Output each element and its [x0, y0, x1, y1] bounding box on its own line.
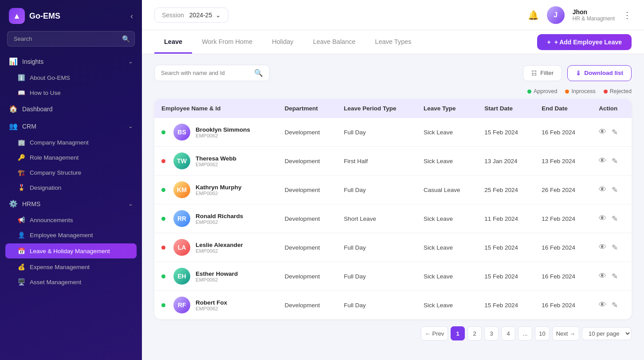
download-label: Download list: [584, 70, 623, 76]
cell-action-2: 👁 ✎: [592, 176, 632, 204]
filter-button[interactable]: ☷ Filter: [523, 65, 562, 81]
page-1-button[interactable]: 1: [451, 326, 465, 340]
emp-avatar-0: BS: [173, 124, 190, 141]
cell-start-5: 15 Feb 2024: [477, 262, 534, 291]
session-label: Session: [162, 12, 184, 19]
sidebar-item-dashboard[interactable]: 🏠 Dashboard: [0, 100, 142, 117]
sidebar-label-announcements: Announcements: [30, 217, 73, 223]
tab-leave-balance[interactable]: Leave Balance: [303, 30, 365, 54]
sidebar-label-insights: Insights: [22, 58, 43, 65]
tab-wfh[interactable]: Work From Home: [192, 30, 262, 54]
more-options-button[interactable]: ⋮: [623, 10, 632, 20]
cell-end-6: 16 Feb 2024: [534, 291, 592, 320]
edit-button-4[interactable]: ✎: [612, 243, 618, 252]
view-button-6[interactable]: 👁: [599, 301, 606, 309]
view-button-5[interactable]: 👁: [599, 272, 606, 281]
th-employee: Employee Name & Id: [154, 99, 278, 118]
cell-dept-2: Development: [278, 176, 337, 204]
sidebar-label-employee-mgmt: Employee Management: [30, 232, 93, 239]
view-button-1[interactable]: 👁: [599, 157, 606, 165]
add-employee-leave-button[interactable]: + + Add Employee Leave: [537, 34, 632, 50]
sidebar-label-crm: CRM: [22, 123, 36, 130]
cell-end-3: 12 Feb 2024: [534, 204, 592, 233]
prev-button[interactable]: ← Prev: [421, 326, 448, 340]
sidebar-item-expense-mgmt[interactable]: 💰 Expense Management: [0, 259, 142, 274]
sidebar-item-employee-mgmt[interactable]: 👤 Employee Management: [0, 227, 142, 243]
download-button[interactable]: ⇓ Download list: [567, 65, 632, 81]
cell-start-6: 15 Feb 2024: [477, 291, 534, 320]
sidebar-item-insights[interactable]: 📊 Insights ⌄: [0, 53, 142, 70]
user-info: Jhon HR & Managment: [573, 8, 615, 22]
edit-button-0[interactable]: ✎: [612, 128, 618, 137]
sidebar-collapse-button[interactable]: ‹: [130, 12, 133, 21]
sidebar-item-asset-mgmt[interactable]: 🖥️ Asset Management: [0, 274, 142, 290]
app-name: Go-EMS: [29, 12, 60, 21]
emp-id-5: EMP0062: [196, 277, 238, 282]
cell-employee-0: BS Brooklyn Simmons EMP0062: [154, 118, 278, 147]
emp-id-4: EMP0062: [196, 248, 243, 254]
cell-action-1: 👁 ✎: [592, 147, 632, 176]
asset-mgmt-icon: 🖥️: [18, 278, 25, 286]
cell-start-0: 15 Feb 2024: [477, 118, 534, 147]
leave-table: Employee Name & Id Department Leave Peri…: [154, 99, 632, 319]
sidebar-item-announcements[interactable]: 📢 Announcements: [0, 212, 142, 227]
cell-end-1: 13 Feb 2024: [534, 147, 592, 176]
sidebar-item-how-to-use[interactable]: 📖 How to Use: [0, 85, 142, 100]
sidebar-label-expense-mgmt: Expense Management: [30, 264, 90, 270]
sidebar-item-company-structure[interactable]: 🏗️ Company Structure: [0, 165, 142, 180]
edit-button-5[interactable]: ✎: [612, 272, 618, 281]
sidebar-item-about[interactable]: ℹ️ About Go-EMS: [0, 70, 142, 85]
sidebar-label-role-mgmt: Role Management: [30, 154, 79, 161]
sidebar-item-company-mgmt[interactable]: 🏢 Company Managment: [0, 135, 142, 150]
sidebar-item-hrms[interactable]: ⚙️ HRMS ⌄: [0, 195, 142, 212]
sidebar-label-dashboard: Dashboard: [22, 106, 53, 113]
next-button[interactable]: Next →: [552, 326, 579, 340]
cell-start-2: 25 Feb 2024: [477, 176, 534, 204]
chevron-down-icon: ⌄: [216, 12, 221, 19]
view-button-4[interactable]: 👁: [599, 243, 606, 252]
sidebar-item-leave-holiday[interactable]: 📅 Leave & Holiday Management: [5, 243, 137, 258]
page-3-button[interactable]: 3: [484, 326, 499, 340]
view-button-2[interactable]: 👁: [599, 185, 606, 194]
emp-id-3: EMP0062: [196, 219, 243, 225]
th-start-date: Start Date: [477, 99, 534, 118]
edit-button-1[interactable]: ✎: [612, 157, 618, 166]
tabs-bar: Leave Work From Home Holiday Leave Balan…: [142, 30, 644, 54]
edit-button-2[interactable]: ✎: [612, 185, 618, 195]
cell-leave-type-4: Sick Leave: [416, 233, 477, 262]
page-4-button[interactable]: 4: [501, 326, 515, 340]
page-10-button[interactable]: 10: [535, 326, 549, 340]
cell-leave-type-6: Sick Leave: [416, 291, 477, 320]
user-initials: J: [554, 11, 558, 19]
edit-button-6[interactable]: ✎: [612, 301, 618, 310]
th-period-type: Leave Period Type: [337, 99, 416, 118]
tab-leave[interactable]: Leave: [154, 30, 192, 54]
notification-button[interactable]: 🔔: [528, 10, 539, 20]
status-dot-5: [161, 274, 165, 278]
view-button-3[interactable]: 👁: [599, 214, 606, 223]
tab-holiday[interactable]: Holiday: [262, 30, 303, 54]
sidebar-item-crm[interactable]: 👥 CRM ⌄: [0, 117, 142, 135]
cell-dept-0: Development: [278, 118, 337, 147]
emp-avatar-2: KM: [173, 181, 190, 198]
approved-dot: [527, 90, 531, 94]
chevron-insights: ⌄: [128, 58, 133, 65]
sidebar-label-about: About Go-EMS: [30, 74, 70, 81]
emp-name-0: Brooklyn Simmons: [196, 126, 250, 133]
cell-start-1: 13 Jan 2024: [477, 147, 534, 176]
sidebar-item-designation[interactable]: 🎖️ Designation: [0, 180, 142, 195]
per-page-select[interactable]: 10 per page 20 per page 50 per page: [582, 327, 632, 340]
sidebar-search-input[interactable]: [7, 31, 135, 47]
emp-avatar-5: EH: [173, 268, 190, 285]
pagination: ← Prev 1 2 3 4 ... 10 Next → 10 per page…: [154, 319, 632, 340]
insights-icon: 📊: [9, 57, 18, 66]
edit-button-3[interactable]: ✎: [612, 214, 618, 223]
avatar: J: [547, 6, 565, 24]
session-dropdown[interactable]: Session 2024-25 ⌄: [154, 8, 228, 23]
status-dot-4: [161, 246, 165, 250]
tab-leave-types[interactable]: Leave Types: [365, 30, 421, 54]
search-input[interactable]: [161, 70, 251, 76]
page-2-button[interactable]: 2: [467, 326, 482, 340]
sidebar-item-role-mgmt[interactable]: 🔑 Role Management: [0, 150, 142, 165]
view-button-0[interactable]: 👁: [599, 128, 606, 137]
